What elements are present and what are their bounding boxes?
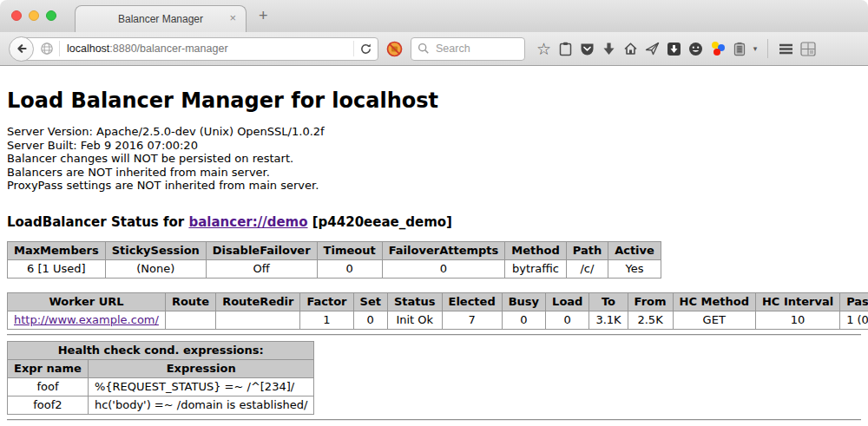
cell-routeredir — [216, 311, 300, 329]
emoji-button[interactable] — [685, 36, 707, 62]
col-header: Factor — [300, 292, 353, 311]
globe-icon — [40, 42, 54, 56]
navigation-toolbar: localhost:8880/balancer-manager — [0, 32, 868, 66]
cell-expression: %{REQUEST_STATUS} =~ /^[234]/ — [88, 377, 314, 396]
bookmark-star-icon: ☆ — [536, 41, 551, 57]
tab-close-icon[interactable]: × — [229, 12, 236, 23]
col-header: DisableFailover — [206, 241, 317, 259]
page-title: Load Balancer Manager for localhost — [7, 88, 861, 113]
close-window-button[interactable] — [11, 10, 22, 21]
send-icon — [645, 42, 660, 56]
cell-set: 0 — [353, 311, 387, 329]
cell-busy: 0 — [502, 311, 545, 329]
tab-title: Balancer Manager — [118, 13, 203, 25]
col-header: RouteRedir — [216, 292, 300, 311]
col-header: From — [628, 292, 673, 311]
home-button[interactable] — [620, 36, 641, 62]
minimize-window-button[interactable] — [29, 10, 39, 21]
cell-route — [165, 311, 215, 329]
col-header: Route — [165, 292, 215, 311]
color-dots-icon — [711, 42, 725, 56]
cell-load: 0 — [546, 311, 589, 329]
tiles-icon — [800, 42, 816, 56]
table-row: foof2 hc('body') =~ /domain is establish… — [8, 396, 314, 414]
cell-timeout: 0 — [317, 259, 382, 278]
title-bar: Balancer Manager × + — [0, 0, 868, 32]
col-header: To — [589, 292, 628, 311]
search-icon — [418, 43, 430, 55]
zoom-window-button[interactable] — [46, 10, 56, 21]
send-button[interactable] — [641, 36, 663, 62]
clipboard-icon — [559, 42, 572, 56]
divider — [7, 419, 861, 421]
health-table-title: Health check cond. expressions: — [8, 341, 314, 359]
cell-maxmembers: 6 [1 Used] — [8, 259, 106, 278]
reading-list-button[interactable] — [555, 36, 576, 62]
divider — [7, 334, 861, 336]
dropdown-caret-icon[interactable]: ▾ — [750, 44, 760, 53]
col-header: HC Interval — [755, 292, 839, 311]
cell-expr-name: foof2 — [8, 396, 89, 414]
cell-factor: 1 — [300, 311, 353, 329]
col-header: MaxMembers — [8, 241, 106, 259]
cell-worker-url: http://www.example.com/ — [8, 311, 166, 329]
worker-url-link[interactable]: http://www.example.com/ — [14, 313, 159, 326]
worker-table: Worker URL Route RouteRedir Factor Set S… — [7, 292, 868, 330]
url-divider — [353, 41, 354, 56]
search-input[interactable] — [434, 42, 514, 56]
emoji-icon — [688, 42, 703, 56]
cell-hc-interval: 10 — [755, 311, 839, 329]
toolbar-divider — [767, 39, 768, 58]
status-heading-prefix: LoadBalancer Status for — [7, 214, 188, 230]
table-header-row: Worker URL Route RouteRedir Factor Set S… — [8, 292, 868, 311]
table-header-row: MaxMembers StickySession DisableFailover… — [8, 241, 661, 259]
extension-button[interactable] — [728, 36, 750, 62]
bookmark-star-button[interactable]: ☆ — [533, 36, 555, 62]
url-text: localhost:8880/balancer-manager — [67, 43, 228, 55]
downloads-button[interactable] — [598, 36, 620, 62]
cell-to: 3.1K — [589, 311, 628, 329]
download-icon — [602, 42, 615, 56]
new-tab-button[interactable]: + — [259, 7, 268, 25]
col-header: Timeout — [317, 241, 382, 259]
col-header: Busy — [502, 292, 545, 311]
reload-button[interactable] — [359, 43, 372, 56]
search-bar — [411, 37, 525, 61]
battery-icon — [733, 42, 746, 56]
col-header: Path — [566, 241, 608, 259]
balancer-settings-table: MaxMembers StickySession DisableFailover… — [7, 241, 661, 279]
home-icon — [623, 42, 638, 56]
col-header: Active — [608, 241, 661, 259]
table-row: 6 [1 Used] (None) Off 0 0 bytraffic /c/ … — [8, 259, 661, 278]
toolbar-buttons: ☆ — [533, 36, 819, 62]
pocket-button[interactable] — [576, 36, 598, 62]
cell-expr-name: foof — [8, 377, 89, 396]
cell-method: bytraffic — [505, 259, 566, 278]
tab-balancer-manager[interactable]: Balancer Manager × — [75, 5, 247, 32]
cell-elected: 7 — [442, 311, 502, 329]
col-header: Status — [387, 292, 442, 311]
col-header: Set — [353, 292, 387, 311]
worker-row: http://www.example.com/ 1 0 Init Ok 7 0 … — [8, 311, 868, 329]
cell-stickysession: (None) — [105, 259, 206, 278]
color-picker-button[interactable] — [707, 36, 728, 62]
cell-from: 2.5K — [628, 311, 673, 329]
video-download-button[interactable] — [663, 36, 685, 62]
balancer-demo-link[interactable]: balancer://demo — [188, 214, 307, 230]
address-bar[interactable]: localhost:8880/balancer-manager — [21, 37, 378, 61]
col-header: FailoverAttempts — [382, 241, 505, 259]
menu-button[interactable] — [775, 36, 797, 62]
table-header-row: Expr name Expression — [8, 359, 314, 377]
notice-line: Balancer changes will NOT be persisted o… — [7, 152, 861, 166]
col-header: Expression — [88, 359, 314, 377]
tab-groups-button[interactable] — [797, 36, 819, 62]
notice-line: ProxyPass settings are NOT inherited fro… — [7, 179, 861, 193]
col-header: Load — [546, 292, 589, 311]
cell-failoverattempts: 0 — [382, 259, 505, 278]
back-button[interactable] — [9, 36, 34, 62]
cell-path: /c/ — [566, 259, 608, 278]
cell-status: Init Ok — [387, 311, 442, 329]
back-icon — [15, 42, 29, 56]
blocked-plugin-button[interactable] — [386, 41, 403, 57]
blocked-plugin-icon — [386, 41, 403, 57]
